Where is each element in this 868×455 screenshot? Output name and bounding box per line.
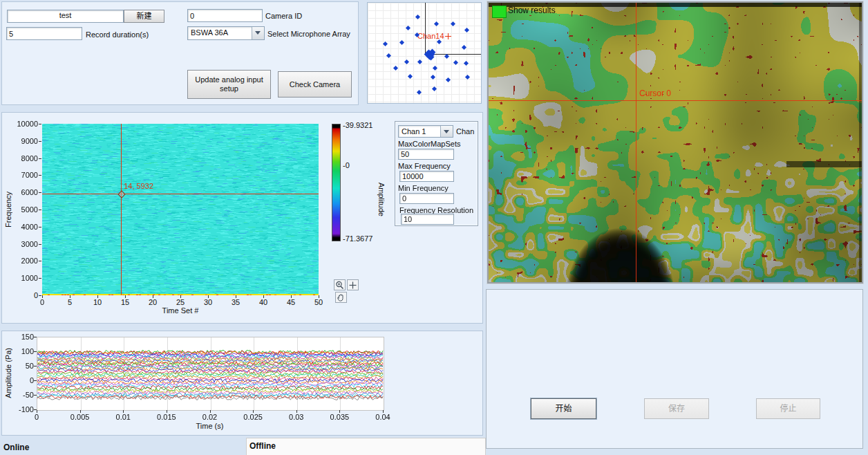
- spectrogram-ytick: 6000: [12, 188, 38, 196]
- zoom-tool-icon[interactable]: [334, 279, 346, 290]
- acoustic-map-canvas[interactable]: [489, 3, 862, 282]
- camera-id-input[interactable]: [187, 9, 263, 22]
- max-colormap-input[interactable]: [398, 149, 454, 160]
- channel-select-value: Chan 1: [402, 127, 426, 136]
- microphone-array-select[interactable]: BSWA 36A: [187, 26, 265, 40]
- mic-point: [462, 45, 466, 50]
- spectrogram-xtick-mark: [97, 295, 98, 298]
- spectrogram-cursor-vertical[interactable]: [121, 124, 122, 295]
- new-session-button[interactable]: 新建: [124, 10, 164, 23]
- waveform-ytick: 50: [10, 362, 34, 370]
- check-camera-button[interactable]: Check Camera: [278, 71, 352, 98]
- spectrogram-ytick-mark: [39, 210, 41, 210]
- update-analog-input-button[interactable]: Update analog input setup: [187, 70, 271, 99]
- tab-offline-label: Offline: [249, 442, 276, 451]
- min-frequency-input[interactable]: [399, 193, 454, 204]
- spectrogram-ytick-mark: [39, 158, 41, 159]
- waveform-ytick-mark: [34, 380, 37, 381]
- colorbar-max-label: -39.9321: [343, 121, 372, 129]
- waveform-ytick-mark: [34, 337, 37, 337]
- pan-hand-tool-icon[interactable]: [335, 292, 347, 303]
- tab-offline[interactable]: Offline: [246, 438, 486, 455]
- action-panel: 开始 保存 停止: [486, 289, 863, 449]
- spectrogram-ytick-mark: [39, 124, 41, 124]
- mic-point: [399, 40, 404, 45]
- spectrogram-plot[interactable]: 14, 5932: [42, 124, 319, 295]
- waveform-ytick: -50: [10, 391, 34, 399]
- microphone-array-label: Select Microphone Array: [267, 30, 350, 39]
- show-results-checkbox[interactable]: [492, 6, 507, 18]
- tab-online[interactable]: Online: [3, 443, 29, 452]
- max-frequency-label: Max Frequency: [398, 162, 451, 171]
- spectrogram-ytick: 5000: [12, 205, 38, 214]
- microphone-array-value: BSWA 36A: [191, 28, 228, 37]
- waveform-xtick-mark: [37, 410, 37, 413]
- channel-select[interactable]: Chan 1: [398, 125, 453, 138]
- frequency-resolution-input[interactable]: [401, 214, 454, 225]
- chevron-down-icon[interactable]: [252, 27, 264, 39]
- colorbar-title-wrap: Amplitude: [377, 154, 386, 244]
- waveform-plot[interactable]: [37, 337, 384, 411]
- spectrogram-xtick-mark: [153, 295, 153, 298]
- start-button[interactable]: 开始: [531, 398, 596, 419]
- max-colormap-label: MaxColorMapSets: [398, 140, 460, 149]
- spectrogram-ytick-mark: [39, 295, 41, 296]
- spectrogram-xtick: 40: [253, 298, 274, 306]
- waveform-xtick-mark: [210, 410, 211, 413]
- spectrogram-ytick-mark: [39, 175, 41, 176]
- waveform-xtick: 0.025: [239, 413, 267, 421]
- camera-cursor-horizontal[interactable]: [489, 100, 862, 101]
- waveform-xtick: 0.02: [196, 413, 224, 421]
- mic-point: [453, 60, 458, 65]
- waveform-xlabel: Time (s): [37, 422, 383, 431]
- waveform-panel: Amplitude (Pa) Time (s) 150100500-50-100…: [1, 331, 483, 436]
- spectrogram-xtick: 15: [115, 298, 135, 306]
- record-duration-input[interactable]: [6, 27, 82, 40]
- waveform-xtick-mark: [296, 410, 297, 413]
- mic-point: [417, 90, 422, 95]
- spectrogram-xtick-mark: [180, 295, 181, 298]
- spectrogram-cursor-horizontal[interactable]: [42, 194, 319, 194]
- mic-point: [415, 15, 420, 19]
- camera-cursor-vertical[interactable]: [636, 3, 636, 282]
- spectrogram-xtick: 25: [170, 298, 191, 306]
- camera-image-view[interactable]: Cursor 0 Show results: [487, 1, 863, 284]
- cursor-move-tool-icon[interactable]: [347, 279, 359, 290]
- waveform-xtick-mark: [383, 410, 384, 413]
- spectrogram-cursor-label: 14, 5932: [124, 182, 153, 191]
- spectrogram-ytick-mark: [39, 278, 41, 279]
- mic-point: [446, 77, 451, 82]
- analysis-controls-cluster: Chan 1 Chan MaxColorMapSets Max Frequenc…: [395, 121, 478, 226]
- waveform-xtick: 0.035: [326, 413, 353, 421]
- chevron-down-icon[interactable]: [440, 126, 453, 137]
- spectrogram-ytick-mark: [39, 244, 41, 245]
- chan14-cursor-icon: [448, 33, 449, 39]
- waveform-xtick: 0.01: [109, 413, 137, 421]
- record-duration-label: Record duration(s): [86, 30, 149, 39]
- save-button[interactable]: 保存: [644, 398, 709, 419]
- mic-point: [393, 66, 398, 71]
- session-name-field[interactable]: test: [7, 10, 124, 23]
- camera-cursor-label: Cursor 0: [639, 89, 671, 98]
- show-results-label: Show results: [508, 6, 556, 15]
- mic-array-plot[interactable]: Chan14: [367, 2, 482, 104]
- spectrogram-ytick-mark: [39, 141, 41, 142]
- channel-label: Chan: [456, 127, 474, 136]
- stop-button[interactable]: 停止: [756, 398, 820, 419]
- spectrogram-ytick: 7000: [12, 171, 38, 179]
- colorbar-title: Amplitude: [377, 183, 386, 216]
- mic-point: [433, 66, 437, 71]
- spectrogram-ytick-mark: [39, 227, 41, 228]
- waveform-canvas[interactable]: [37, 337, 384, 410]
- spectrogram-xlabel: Time Set #: [42, 306, 319, 315]
- spectrogram-ytick: 10000: [12, 120, 38, 128]
- colorbar-mid-label: -0: [343, 161, 350, 169]
- spectrogram-xtick-mark: [42, 295, 43, 298]
- spectrogram-canvas[interactable]: [42, 124, 319, 295]
- spectrogram-xtick-mark: [236, 295, 236, 298]
- max-frequency-input[interactable]: [399, 171, 454, 182]
- spectrogram-ytick: 9000: [12, 137, 38, 145]
- spectrogram-ytick-mark: [39, 261, 41, 261]
- mic-plot-crosshair-vertical: [425, 3, 426, 54]
- spectrogram-xtick: 20: [142, 298, 163, 306]
